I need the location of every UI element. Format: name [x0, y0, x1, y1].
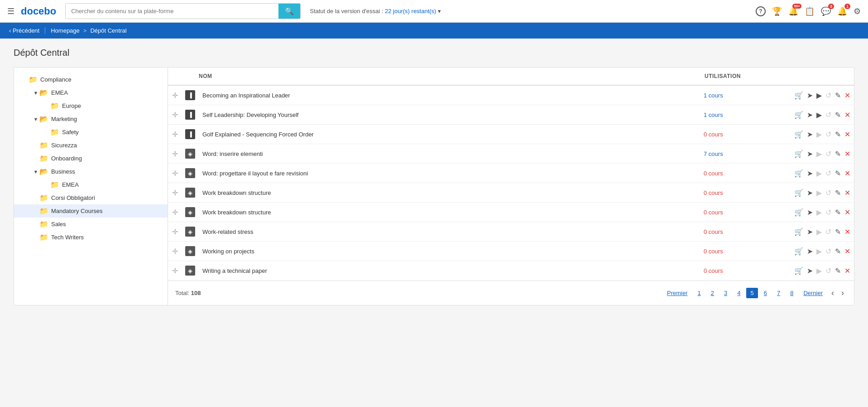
- course-usage[interactable]: 1 cours: [700, 85, 754, 105]
- page-3-link[interactable]: 3: [720, 288, 731, 298]
- page-2-link[interactable]: 2: [707, 288, 718, 298]
- history-icon[interactable]: ↺: [825, 130, 831, 139]
- edit-icon[interactable]: ✎: [835, 228, 841, 236]
- sidebar-item-business[interactable]: ▼ 📂 Business: [14, 165, 168, 178]
- history-icon[interactable]: ↺: [825, 247, 831, 256]
- play-icon[interactable]: ▶: [816, 91, 822, 100]
- play-icon[interactable]: ▶: [816, 169, 822, 178]
- delete-icon[interactable]: ✕: [844, 228, 850, 236]
- trophy-icon[interactable]: 🏆: [772, 6, 782, 16]
- cart-icon[interactable]: 🛒: [794, 228, 803, 236]
- delete-icon[interactable]: ✕: [844, 266, 850, 275]
- cart-icon[interactable]: 🛒: [794, 189, 803, 197]
- sidebar-item-emea2[interactable]: 📁 EMEA: [14, 178, 168, 191]
- usage-link[interactable]: 0 cours: [704, 189, 723, 196]
- back-button[interactable]: ‹ Précédent: [9, 27, 45, 34]
- sidebar-item-safety[interactable]: 📁 Safety: [14, 126, 168, 139]
- next-page-button[interactable]: ›: [839, 287, 847, 299]
- course-usage[interactable]: 0 cours: [700, 242, 754, 261]
- history-icon[interactable]: ↺: [825, 91, 831, 100]
- edit-icon[interactable]: ✎: [835, 208, 841, 217]
- drag-handle[interactable]: ✛: [168, 242, 182, 261]
- drag-handle[interactable]: ✛: [168, 105, 182, 125]
- delete-icon[interactable]: ✕: [844, 169, 850, 178]
- tasks-icon[interactable]: 📋: [805, 6, 815, 16]
- course-usage[interactable]: 0 cours: [700, 203, 754, 222]
- delete-icon[interactable]: ✕: [844, 150, 850, 158]
- share-icon[interactable]: ➤: [807, 91, 813, 100]
- search-input[interactable]: [66, 4, 278, 19]
- sidebar-item-corsi[interactable]: 📁 Corsi Obbligatori: [14, 191, 168, 204]
- share-icon[interactable]: ➤: [807, 189, 813, 197]
- usage-link[interactable]: 0 cours: [704, 248, 723, 255]
- delete-icon[interactable]: ✕: [844, 111, 850, 119]
- usage-link[interactable]: 0 cours: [704, 170, 723, 177]
- course-usage[interactable]: 0 cours: [700, 261, 754, 281]
- sidebar-item-marketing[interactable]: ▼ 📂 Marketing: [14, 112, 168, 126]
- play-icon[interactable]: ▶: [816, 228, 822, 236]
- course-usage[interactable]: 0 cours: [700, 183, 754, 203]
- drag-handle[interactable]: ✛: [168, 183, 182, 203]
- chat-icon[interactable]: 💬3: [821, 6, 831, 16]
- page-8-link[interactable]: 8: [786, 288, 797, 298]
- delete-icon[interactable]: ✕: [844, 247, 850, 256]
- delete-icon[interactable]: ✕: [844, 91, 850, 100]
- drag-handle[interactable]: ✛: [168, 85, 182, 105]
- delete-icon[interactable]: ✕: [844, 208, 850, 217]
- page-7-link[interactable]: 7: [773, 288, 784, 298]
- share-icon[interactable]: ➤: [807, 208, 813, 217]
- course-usage[interactable]: 1 cours: [700, 105, 754, 125]
- history-icon[interactable]: ↺: [825, 111, 831, 119]
- history-icon[interactable]: ↺: [825, 169, 831, 178]
- cart-icon[interactable]: 🛒: [794, 247, 803, 256]
- play-icon[interactable]: ▶: [816, 150, 822, 158]
- notification-icon[interactable]: 🔔99+: [788, 6, 798, 16]
- share-icon[interactable]: ➤: [807, 247, 813, 256]
- play-icon[interactable]: ▶: [816, 130, 822, 139]
- play-icon[interactable]: ▶: [816, 247, 822, 256]
- usage-link[interactable]: 0 cours: [704, 267, 723, 274]
- first-page-link[interactable]: Premier: [663, 288, 692, 298]
- cart-icon[interactable]: 🛒: [794, 266, 803, 275]
- cart-icon[interactable]: 🛒: [794, 130, 803, 139]
- edit-icon[interactable]: ✎: [835, 247, 841, 256]
- sidebar-item-sicurezza[interactable]: 📁 Sicurezza: [14, 139, 168, 152]
- edit-icon[interactable]: ✎: [835, 130, 841, 139]
- edit-icon[interactable]: ✎: [835, 91, 841, 100]
- drag-handle[interactable]: ✛: [168, 222, 182, 242]
- search-button[interactable]: 🔍: [278, 4, 300, 19]
- sidebar-item-techwriters[interactable]: 📁 Tech Writers: [14, 231, 168, 244]
- play-icon[interactable]: ▶: [816, 208, 822, 217]
- history-icon[interactable]: ↺: [825, 150, 831, 158]
- play-icon[interactable]: ▶: [816, 189, 822, 197]
- delete-icon[interactable]: ✕: [844, 130, 850, 139]
- sidebar-item-europe[interactable]: 📁 Europe: [14, 99, 168, 112]
- alerts-icon[interactable]: 🔔1: [837, 6, 847, 16]
- cart-icon[interactable]: 🛒: [794, 169, 803, 178]
- settings-icon[interactable]: ⚙: [854, 6, 861, 16]
- help-icon[interactable]: ?: [756, 6, 766, 16]
- usage-link[interactable]: 7 cours: [704, 150, 723, 157]
- drag-handle[interactable]: ✛: [168, 164, 182, 183]
- page-1-link[interactable]: 1: [694, 288, 705, 298]
- play-icon[interactable]: ▶: [816, 111, 822, 119]
- prev-page-button[interactable]: ‹: [829, 287, 837, 299]
- usage-link[interactable]: 0 cours: [704, 228, 723, 235]
- drag-handle[interactable]: ✛: [168, 261, 182, 281]
- play-icon[interactable]: ▶: [816, 266, 822, 275]
- edit-icon[interactable]: ✎: [835, 150, 841, 158]
- course-usage[interactable]: 0 cours: [700, 164, 754, 183]
- history-icon[interactable]: ↺: [825, 189, 831, 197]
- usage-link[interactable]: 1 cours: [704, 111, 723, 118]
- history-icon[interactable]: ↺: [825, 208, 831, 217]
- cart-icon[interactable]: 🛒: [794, 91, 803, 100]
- cart-icon[interactable]: 🛒: [794, 111, 803, 119]
- edit-icon[interactable]: ✎: [835, 111, 841, 119]
- usage-link[interactable]: 0 cours: [704, 131, 723, 138]
- page-6-link[interactable]: 6: [760, 288, 771, 298]
- history-icon[interactable]: ↺: [825, 266, 831, 275]
- course-usage[interactable]: 0 cours: [700, 222, 754, 242]
- cart-icon[interactable]: 🛒: [794, 208, 803, 217]
- hamburger-icon[interactable]: ☰: [7, 6, 14, 16]
- drag-handle[interactable]: ✛: [168, 203, 182, 222]
